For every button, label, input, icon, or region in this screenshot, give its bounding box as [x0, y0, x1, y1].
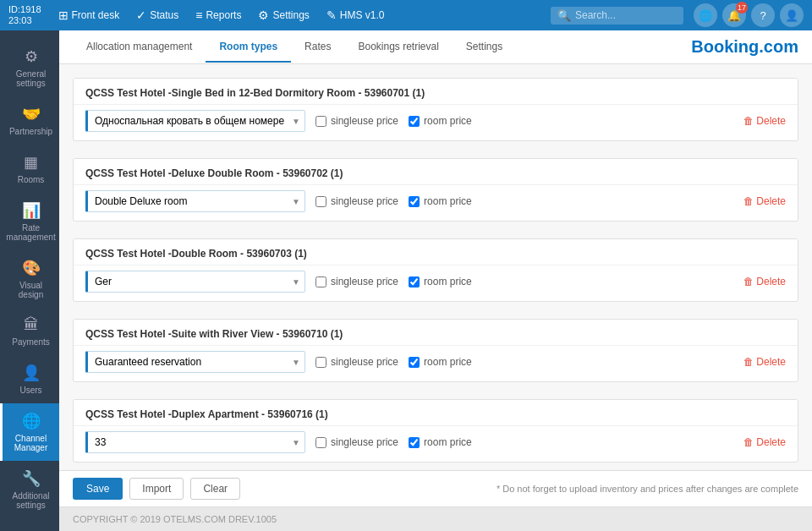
singleuse-checkbox-group-1[interactable]: singleuse price [315, 195, 398, 207]
delete-button-2[interactable]: 🗑 Delete [743, 276, 786, 287]
channel-manager-icon: 🌐 [22, 412, 41, 430]
singleuse-checkbox-4[interactable] [315, 437, 326, 448]
singleuse-checkbox-3[interactable] [315, 357, 326, 368]
room-title-3: QCSS Test Hotel -Suite with River View -… [74, 320, 798, 345]
roomprice-checkbox-3[interactable] [409, 357, 420, 368]
search-input[interactable] [575, 9, 677, 21]
room-type-select-3[interactable]: Guaranteed reservation [85, 351, 305, 373]
payments-icon: 🏛 [24, 316, 39, 334]
delete-button-4[interactable]: 🗑 Delete [743, 436, 786, 448]
search-icon: 🔍 [557, 9, 571, 22]
room-select-wrap-2: Ger ▼ [85, 271, 305, 293]
rooms-icon: ▦ [24, 153, 38, 172]
user-avatar[interactable]: 👤 [780, 3, 804, 27]
sidebar-item-general-settings[interactable]: ⚙ General settings [0, 39, 59, 96]
help-button[interactable]: ? [751, 3, 775, 27]
room-title-0: QCSS Test Hotel -Single Bed in 12-Bed Do… [74, 79, 798, 104]
sidebar-item-partnership[interactable]: 🤝 Partnership [0, 96, 59, 145]
singleuse-checkbox-group-0[interactable]: singleuse price [315, 115, 398, 127]
delete-icon-1: 🗑 [743, 195, 754, 207]
delete-icon-2: 🗑 [743, 276, 754, 287]
save-button[interactable]: Save [73, 478, 123, 500]
sidebar-item-channel-manager[interactable]: 🌐 Channel Manager [0, 403, 59, 461]
room-row-2: Ger ▼ singleuse price room price 🗑 Delet… [74, 265, 798, 301]
clear-button[interactable]: Clear [190, 478, 240, 500]
roomprice-checkbox-4[interactable] [409, 437, 420, 448]
room-select-wrap-3: Guaranteed reservation ▼ [85, 351, 305, 373]
singleuse-checkbox-group-3[interactable]: singleuse price [315, 356, 398, 368]
additional-settings-icon: 🔧 [22, 469, 41, 488]
room-title-1: QCSS Test Hotel -Deluxe Double Room - 53… [74, 159, 798, 184]
room-type-select-4[interactable]: 33 [85, 431, 305, 453]
delete-button-1[interactable]: 🗑 Delete [743, 195, 786, 207]
tab-bookings-retrieval[interactable]: Bookings retrieval [344, 32, 452, 63]
delete-icon-0: 🗑 [743, 115, 754, 127]
roomprice-checkbox-group-0[interactable]: room price [409, 115, 472, 127]
room-select-wrap-1: Double Deluxe room ▼ [85, 190, 305, 212]
room-type-select-2[interactable]: Ger [85, 271, 305, 293]
tab-room-types[interactable]: Room types [206, 32, 291, 63]
roomprice-checkbox-2[interactable] [409, 276, 420, 287]
room-title-4: QCSS Test Hotel -Duplex Apartment - 5396… [74, 400, 798, 425]
room-type-select-1[interactable]: Double Deluxe room [85, 190, 305, 212]
roomprice-checkbox-group-2[interactable]: room price [409, 276, 472, 287]
sidebar-item-additional-settings[interactable]: 🔧 Additional settings [0, 461, 59, 518]
bottom-bar: Save Import Clear * Do not forget to upl… [59, 470, 812, 506]
subtabs-bar: Allocation management Room types Rates B… [59, 30, 812, 64]
nav-hms[interactable]: ✎ HMS v1.0 [320, 5, 392, 25]
delete-icon-4: 🗑 [743, 436, 754, 448]
tab-allocation-management[interactable]: Allocation management [73, 32, 206, 63]
layout: ⚙ General settings 🤝 Partnership ▦ Rooms… [0, 30, 812, 531]
content-area: QCSS Test Hotel -Single Bed in 12-Bed Do… [59, 64, 812, 470]
notification-badge: 17 [736, 2, 748, 14]
roomprice-checkbox-1[interactable] [409, 196, 420, 207]
singleuse-checkbox-0[interactable] [315, 116, 326, 127]
roomprice-checkbox-group-1[interactable]: room price [409, 195, 472, 207]
room-section-1: QCSS Test Hotel -Deluxe Double Room - 53… [73, 158, 798, 222]
room-title-2: QCSS Test Hotel -Double Room - 53960703 … [74, 239, 798, 265]
navbar-id: ID:1918 23:03 [8, 4, 41, 26]
booking-logo: Booking.com [691, 37, 798, 57]
room-row-1: Double Deluxe room ▼ singleuse price roo… [74, 184, 798, 221]
main-area: Allocation management Room types Rates B… [59, 30, 812, 531]
singleuse-checkbox-group-2[interactable]: singleuse price [315, 276, 398, 287]
import-button[interactable]: Import [129, 478, 184, 500]
nav-right-icons: 🌐 🔔 17 ? 👤 [694, 3, 804, 27]
status-icon: ✓ [136, 8, 146, 22]
delete-button-3[interactable]: 🗑 Delete [743, 356, 786, 368]
room-select-wrap-4: 33 ▼ [85, 431, 305, 453]
roomprice-checkbox-0[interactable] [409, 116, 420, 127]
singleuse-checkbox-2[interactable] [315, 276, 326, 287]
roomprice-checkbox-group-3[interactable]: room price [409, 356, 472, 368]
rate-icon: 📊 [22, 201, 41, 220]
hms-icon: ✎ [326, 8, 337, 22]
notification-button[interactable]: 🔔 17 [722, 3, 746, 27]
singleuse-checkbox-group-4[interactable]: singleuse price [315, 436, 398, 448]
sidebar-item-users[interactable]: 👤 Users [0, 355, 59, 403]
sidebar-item-rate-management[interactable]: 📊 Rate management [0, 193, 59, 250]
room-type-select-0[interactable]: Односпальная кровать в общем номере [85, 110, 305, 132]
singleuse-checkbox-1[interactable] [315, 196, 326, 207]
reports-icon: ≡ [195, 8, 202, 22]
roomprice-checkbox-group-4[interactable]: room price [409, 436, 472, 448]
general-settings-icon: ⚙ [25, 47, 38, 66]
sidebar-item-visual-design[interactable]: 🎨 Visual design [0, 250, 59, 308]
settings-icon: ⚙ [258, 8, 269, 22]
sidebar-item-payments[interactable]: 🏛 Payments [0, 308, 59, 355]
nav-reports[interactable]: ≡ Reports [189, 5, 248, 25]
tab-settings[interactable]: Settings [453, 32, 516, 63]
partnership-icon: 🤝 [22, 105, 41, 123]
delete-button-0[interactable]: 🗑 Delete [743, 115, 786, 127]
nav-status[interactable]: ✓ Status [129, 5, 185, 25]
globe-icon[interactable]: 🌐 [694, 3, 717, 27]
tab-rates[interactable]: Rates [291, 32, 344, 63]
room-select-wrap-0: Односпальная кровать в общем номере ▼ [85, 110, 305, 132]
room-section-0: QCSS Test Hotel -Single Bed in 12-Bed Do… [73, 78, 798, 141]
frontdesk-icon: ⊞ [58, 8, 69, 22]
search-box[interactable]: 🔍 [551, 7, 683, 25]
nav-frontdesk[interactable]: ⊞ Front desk [52, 5, 127, 25]
navbar: ID:1918 23:03 ⊞ Front desk ✓ Status ≡ Re… [0, 0, 812, 30]
footer: COPYRIGHT © 2019 OTELMS.COM DREV.1005 [59, 506, 812, 531]
nav-settings[interactable]: ⚙ Settings [251, 5, 315, 25]
sidebar-item-rooms[interactable]: ▦ Rooms [0, 145, 59, 193]
